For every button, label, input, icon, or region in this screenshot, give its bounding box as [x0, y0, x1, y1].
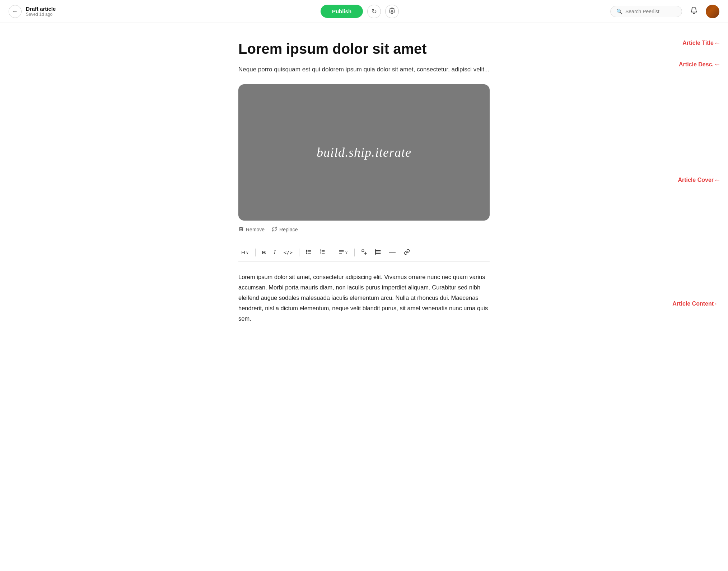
- header-left: ← Draft article Saved 1d ago: [9, 5, 109, 18]
- bell-icon: [690, 6, 698, 16]
- svg-rect-16: [362, 250, 364, 252]
- trash-icon: [238, 226, 244, 233]
- publish-button[interactable]: Publish: [321, 5, 363, 18]
- italic-button[interactable]: I: [271, 247, 279, 257]
- notification-button[interactable]: [687, 5, 701, 18]
- header-center: Publish ↻: [109, 5, 610, 18]
- main-wrapper: Lorem ipsum dolor sit amet Neque porro q…: [0, 23, 728, 353]
- align-dropdown-icon: ∨: [345, 250, 348, 255]
- bullet-list-button[interactable]: [303, 247, 314, 258]
- heading-button[interactable]: H ∨: [238, 247, 252, 257]
- svg-text:3.: 3.: [320, 253, 321, 254]
- search-input[interactable]: [625, 9, 676, 14]
- ordered-list-icon: 1. 2. 3.: [319, 249, 325, 256]
- ordered-list-button[interactable]: 1. 2. 3.: [317, 247, 328, 258]
- toolbar-separator-2: [299, 249, 299, 256]
- search-icon: 🔍: [616, 9, 622, 14]
- svg-point-6: [306, 253, 307, 254]
- replace-label: Replace: [279, 227, 298, 232]
- toolbar-separator-4: [354, 249, 355, 256]
- divider-button[interactable]: —: [386, 247, 399, 258]
- bold-label: B: [262, 249, 266, 255]
- block-quote-icon: [375, 249, 381, 256]
- avatar[interactable]: [706, 5, 719, 18]
- settings-icon: [389, 8, 395, 15]
- draft-title: Draft article: [26, 6, 56, 12]
- cover-image-text: build.ship.iterate: [317, 145, 411, 160]
- link-icon: [404, 249, 410, 256]
- link-button[interactable]: [401, 247, 413, 258]
- toolbar-separator-3: [332, 249, 332, 256]
- cover-actions: Remove Replace: [238, 226, 490, 233]
- code-label: </>: [284, 250, 293, 255]
- add-block-button[interactable]: [358, 247, 370, 258]
- remove-label: Remove: [246, 227, 265, 232]
- article-content[interactable]: Lorem ipsum dolor sit amet, consectetur …: [238, 272, 490, 324]
- code-button[interactable]: </>: [281, 248, 295, 257]
- align-button[interactable]: ∨: [336, 247, 351, 258]
- replace-cover-button[interactable]: Replace: [272, 226, 298, 233]
- editor-area: Lorem ipsum dolor sit amet Neque porro q…: [224, 23, 504, 353]
- bold-button[interactable]: B: [259, 247, 269, 257]
- search-bar[interactable]: 🔍: [610, 6, 682, 17]
- editor-toolbar: H ∨ B I </>: [238, 243, 490, 262]
- toolbar-separator-1: [255, 249, 256, 256]
- article-description[interactable]: Neque porro quisquam est qui dolorem ips…: [238, 65, 490, 74]
- svg-point-5: [306, 251, 307, 252]
- svg-point-0: [391, 10, 393, 11]
- divider-icon: —: [389, 249, 396, 256]
- italic-label: I: [274, 249, 276, 255]
- header-right: 🔍: [610, 5, 719, 18]
- heading-label: H: [241, 249, 245, 255]
- add-block-icon: [361, 249, 367, 256]
- svg-point-4: [306, 250, 307, 251]
- block-quote-button[interactable]: [372, 247, 384, 258]
- draft-subtitle: Saved 1d ago: [26, 12, 56, 17]
- draft-info: Draft article Saved 1d ago: [26, 6, 56, 17]
- replace-icon: [272, 226, 277, 233]
- back-button[interactable]: ←: [9, 5, 22, 18]
- settings-button[interactable]: [385, 5, 399, 18]
- cover-container: build.ship.iterate: [238, 84, 490, 221]
- article-title[interactable]: Lorem ipsum dolor sit amet: [238, 40, 490, 57]
- heading-dropdown-icon: ∨: [246, 250, 249, 255]
- header: ← Draft article Saved 1d ago Publish ↻ 🔍: [0, 0, 728, 23]
- cover-image[interactable]: build.ship.iterate: [238, 84, 490, 221]
- refresh-button[interactable]: ↻: [367, 5, 381, 18]
- bullet-list-icon: [306, 249, 312, 256]
- refresh-icon: ↻: [372, 8, 377, 15]
- remove-cover-button[interactable]: Remove: [238, 226, 265, 233]
- align-icon: [339, 249, 344, 256]
